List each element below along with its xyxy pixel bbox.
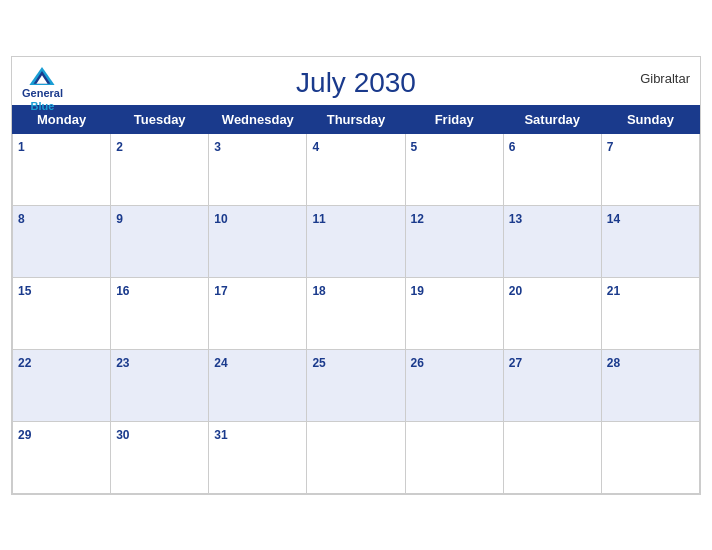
day-number: 17 <box>214 284 227 298</box>
col-saturday: Saturday <box>503 105 601 133</box>
calendar-cell: 30 <box>111 421 209 493</box>
day-number: 2 <box>116 140 123 154</box>
day-number: 18 <box>312 284 325 298</box>
day-number: 26 <box>411 356 424 370</box>
calendar-cell: 15 <box>13 277 111 349</box>
day-number: 22 <box>18 356 31 370</box>
calendar-cell: 23 <box>111 349 209 421</box>
calendar-cell: 20 <box>503 277 601 349</box>
logo-blue: Blue <box>31 100 55 113</box>
day-number: 23 <box>116 356 129 370</box>
day-number: 1 <box>18 140 25 154</box>
calendar-cell: 4 <box>307 133 405 205</box>
calendar-body: 1234567891011121314151617181920212223242… <box>13 133 700 493</box>
day-number: 15 <box>18 284 31 298</box>
calendar-cell: 27 <box>503 349 601 421</box>
calendar-cell: 8 <box>13 205 111 277</box>
day-number: 19 <box>411 284 424 298</box>
col-friday: Friday <box>405 105 503 133</box>
day-number: 30 <box>116 428 129 442</box>
location-label: Gibraltar <box>640 71 690 86</box>
calendar-cell: 6 <box>503 133 601 205</box>
day-number: 7 <box>607 140 614 154</box>
calendar-cell: 2 <box>111 133 209 205</box>
calendar-cell: 31 <box>209 421 307 493</box>
calendar-cell: 17 <box>209 277 307 349</box>
day-number: 6 <box>509 140 516 154</box>
day-number: 20 <box>509 284 522 298</box>
calendar-cell: 24 <box>209 349 307 421</box>
calendar-cell: 26 <box>405 349 503 421</box>
weekday-header-row: Monday Tuesday Wednesday Thursday Friday… <box>13 105 700 133</box>
day-number: 25 <box>312 356 325 370</box>
calendar-cell: 1 <box>13 133 111 205</box>
calendar-cell: 21 <box>601 277 699 349</box>
calendar-cell: 25 <box>307 349 405 421</box>
logo-general: General <box>22 87 63 100</box>
calendar-cell: 28 <box>601 349 699 421</box>
day-number: 24 <box>214 356 227 370</box>
day-number: 21 <box>607 284 620 298</box>
calendar-cell: 9 <box>111 205 209 277</box>
day-number: 4 <box>312 140 319 154</box>
day-number: 27 <box>509 356 522 370</box>
day-number: 11 <box>312 212 325 226</box>
calendar-cell: 3 <box>209 133 307 205</box>
calendar-container: General Blue July 2030 Gibraltar Monday … <box>11 56 701 495</box>
calendar-cell: 14 <box>601 205 699 277</box>
calendar-week-row: 1234567 <box>13 133 700 205</box>
day-number: 13 <box>509 212 522 226</box>
calendar-cell <box>503 421 601 493</box>
calendar-table: Monday Tuesday Wednesday Thursday Friday… <box>12 105 700 494</box>
calendar-cell <box>405 421 503 493</box>
day-number: 8 <box>18 212 25 226</box>
day-number: 31 <box>214 428 227 442</box>
calendar-cell <box>601 421 699 493</box>
day-number: 29 <box>18 428 31 442</box>
day-number: 14 <box>607 212 620 226</box>
day-number: 9 <box>116 212 123 226</box>
calendar-cell: 19 <box>405 277 503 349</box>
col-wednesday: Wednesday <box>209 105 307 133</box>
col-sunday: Sunday <box>601 105 699 133</box>
day-number: 10 <box>214 212 227 226</box>
calendar-cell: 10 <box>209 205 307 277</box>
calendar-cell: 5 <box>405 133 503 205</box>
calendar-week-row: 15161718192021 <box>13 277 700 349</box>
calendar-cell: 11 <box>307 205 405 277</box>
calendar-cell: 18 <box>307 277 405 349</box>
day-number: 28 <box>607 356 620 370</box>
col-tuesday: Tuesday <box>111 105 209 133</box>
calendar-cell: 16 <box>111 277 209 349</box>
calendar-header: General Blue July 2030 Gibraltar <box>12 57 700 105</box>
calendar-cell: 22 <box>13 349 111 421</box>
day-number: 5 <box>411 140 418 154</box>
calendar-cell: 12 <box>405 205 503 277</box>
day-number: 12 <box>411 212 424 226</box>
calendar-cell <box>307 421 405 493</box>
calendar-week-row: 22232425262728 <box>13 349 700 421</box>
col-thursday: Thursday <box>307 105 405 133</box>
day-number: 3 <box>214 140 221 154</box>
day-number: 16 <box>116 284 129 298</box>
calendar-cell: 7 <box>601 133 699 205</box>
calendar-cell: 29 <box>13 421 111 493</box>
calendar-title: July 2030 <box>296 67 416 99</box>
logo: General Blue <box>22 65 63 113</box>
calendar-cell: 13 <box>503 205 601 277</box>
calendar-week-row: 293031 <box>13 421 700 493</box>
logo-icon <box>28 65 56 87</box>
calendar-week-row: 891011121314 <box>13 205 700 277</box>
